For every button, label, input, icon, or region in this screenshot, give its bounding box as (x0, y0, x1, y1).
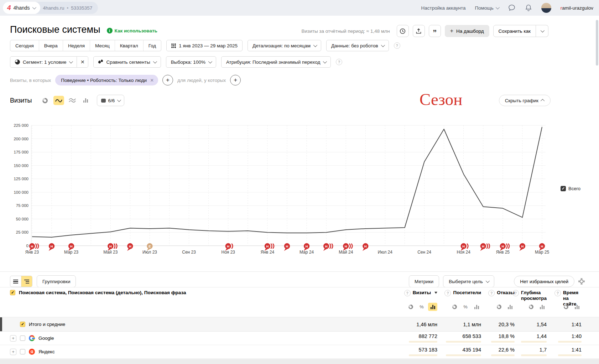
svg-text:Н: Н (345, 244, 347, 248)
choose-goal-button[interactable]: Выберите цель (443, 275, 494, 287)
pie-view-button[interactable] (406, 303, 415, 311)
sampling-button[interactable]: Выборка: 100% (166, 56, 216, 68)
row-label[interactable]: Google (38, 336, 54, 341)
chart-marker[interactable]: Н (323, 243, 329, 251)
metric-help-icon[interactable] (512, 290, 519, 296)
percent-view-button[interactable]: % (417, 303, 426, 311)
cell-bounces: 18,8 % (499, 333, 515, 339)
compare-segments-button[interactable]: Сравнить сегменты (93, 56, 161, 68)
metrics-button[interactable]: Метрики (409, 275, 439, 287)
chart-type-pie-button[interactable] (40, 96, 51, 105)
select-all-checkbox[interactable] (10, 290, 15, 295)
column-header-bounces[interactable]: Отказы (488, 290, 515, 296)
chart-marker[interactable]: Н (519, 243, 525, 251)
column-header-depth[interactable]: Глубина просмотра (512, 290, 547, 301)
tree-view-button[interactable] (21, 276, 32, 287)
tab-yesterday[interactable]: Вчера (39, 40, 63, 51)
help-question-icon[interactable] (394, 42, 400, 49)
export-button[interactable] (413, 25, 425, 37)
chart-marker[interactable]: Н (363, 243, 369, 251)
counter-info[interactable]: 4hands.ru 53335357 (36, 2, 98, 14)
segment-button[interactable]: Сегмент: 1 условие (10, 56, 77, 68)
chart-marker[interactable]: Н (480, 243, 486, 251)
hide-chart-button[interactable]: Скрыть график (499, 95, 551, 106)
attribution-button[interactable]: Атрибуция: Последний значимый переход (221, 56, 331, 68)
chart-type-bar-button[interactable] (80, 96, 91, 105)
metric-help-icon[interactable] (404, 290, 411, 296)
gear-icon[interactable] (578, 278, 585, 285)
tab-month[interactable]: Месяц (90, 40, 115, 51)
table-row-google[interactable]: Google 882 772 658 533 18,8 % 1,44 1:40 (0, 332, 599, 345)
chart-marker[interactable]: Н (284, 243, 290, 251)
metric-help-icon[interactable] (554, 290, 561, 296)
column-header-visitors[interactable]: Посетители (444, 290, 481, 296)
clear-segment-button[interactable] (77, 56, 88, 68)
date-range-button[interactable]: 1 янв 2023 — 29 мар 2025 (166, 40, 243, 51)
table-view-controls: Группировки (10, 275, 76, 287)
bars-view-button[interactable] (572, 303, 582, 311)
row-checkbox[interactable] (20, 349, 25, 354)
chart-metric-label: Визиты (10, 97, 32, 104)
bars-view-button[interactable] (472, 303, 481, 311)
expand-row-button[interactable] (10, 349, 16, 355)
row-label[interactable]: Яндекс (38, 349, 54, 354)
vertical-scrollbar-thumb[interactable] (596, 20, 598, 66)
add-to-dashboard-button[interactable]: На дашборд (445, 25, 489, 37)
detalization-button[interactable]: Детализация: по месяцам (248, 40, 321, 51)
visits-chart[interactable]: 025 00050 00075 000100 000125 000150 000… (0, 118, 599, 260)
bars-view-button[interactable] (428, 303, 437, 311)
segment-condition-chip[interactable]: Поведение • Роботность: Только люди (55, 75, 158, 85)
bell-icon[interactable] (525, 4, 532, 12)
bars-view-button[interactable] (537, 303, 547, 311)
pie-view-button[interactable] (494, 303, 504, 311)
username[interactable]: ramil-urazgulov (561, 5, 593, 11)
favorite-goals-pill[interactable]: Нет избранных целей (514, 276, 574, 287)
metric-help-icon[interactable] (444, 290, 451, 296)
chart-annotations-button[interactable]: 6/6 (97, 95, 125, 106)
save-as-menu-button[interactable] (536, 25, 548, 37)
add-visit-condition-button[interactable] (162, 75, 173, 85)
tab-today[interactable]: Сегодня (10, 40, 39, 51)
help-question-icon[interactable] (336, 59, 342, 65)
data-mode-button[interactable]: Данные: без роботов (326, 40, 389, 51)
pie-view-button[interactable] (526, 303, 536, 311)
column-header-visits[interactable]: Визиты (404, 290, 437, 296)
row-checkbox[interactable] (20, 336, 25, 341)
add-people-condition-button[interactable] (230, 75, 241, 85)
account-switcher[interactable]: 4 4hands (3, 2, 40, 14)
help-menu[interactable]: Помощь (475, 5, 499, 11)
table-row-totals[interactable]: Итого и средние 1,46 млн 1,1 млн 20,3 % … (0, 317, 599, 332)
row-checkbox[interactable] (20, 322, 25, 327)
chart-type-line-button[interactable] (53, 96, 64, 105)
pie-view-button[interactable] (450, 303, 459, 311)
how-to-use-link[interactable]: Как использовать (107, 28, 157, 33)
chart-marker[interactable]: Н (49, 243, 55, 251)
horizontal-scrollbar[interactable] (0, 359, 599, 364)
chat-icon[interactable] (508, 4, 516, 12)
chart-type-area-button[interactable] (67, 96, 78, 105)
chevron-down-icon (313, 43, 317, 47)
save-as-button[interactable]: Сохранить как (493, 25, 536, 37)
groupings-button[interactable]: Группировки (37, 275, 76, 287)
remove-condition-icon[interactable] (150, 78, 154, 83)
dimension-header-label[interactable]: Поисковая система, Поисковая система (де… (19, 290, 186, 295)
table-row-yandex[interactable]: Яндекс 573 183 435 194 22,6 % 1,7 1:41 (0, 345, 599, 359)
account-settings-link[interactable]: Настройка аккаунта (421, 5, 466, 11)
flat-list-view-button[interactable] (10, 276, 21, 287)
expand-row-button[interactable] (10, 335, 16, 342)
bars-view-button[interactable] (505, 303, 515, 311)
tab-year[interactable]: Год (143, 40, 161, 51)
pie-view-button[interactable] (561, 303, 571, 311)
visits-line-chart[interactable]: 025 00050 00075 000100 000125 000150 000… (0, 118, 599, 260)
report-history-button[interactable] (397, 25, 409, 37)
user-avatar[interactable] (541, 3, 551, 13)
tab-quarter[interactable]: Квартал (115, 40, 143, 51)
tab-week[interactable]: Неделя (63, 40, 90, 51)
legend-checkbox[interactable] (561, 186, 566, 191)
annotations-button[interactable]: ” (429, 25, 441, 37)
chart-marker[interactable]: Н (127, 243, 133, 251)
metric-help-icon[interactable] (488, 290, 495, 296)
depth-display-toggles (526, 303, 547, 311)
chart-legend[interactable]: Всего (561, 186, 580, 191)
percent-view-button[interactable]: % (461, 303, 470, 311)
